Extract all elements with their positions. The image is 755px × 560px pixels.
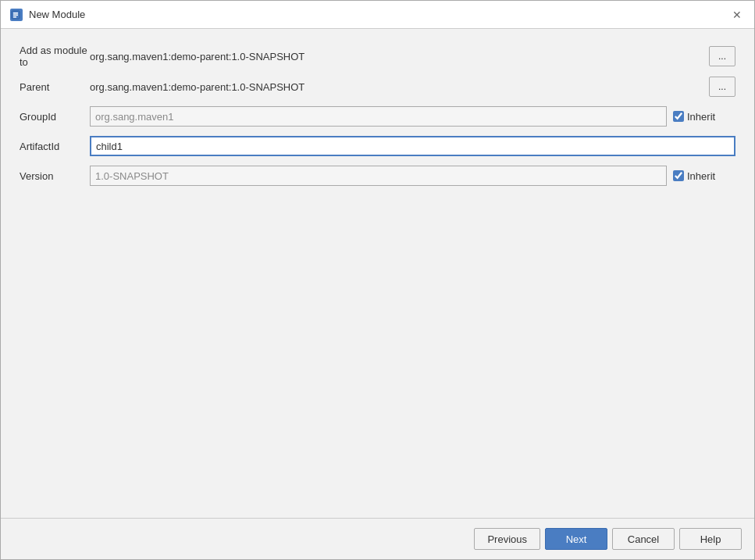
title-bar: New Module ✕: [1, 1, 754, 29]
group-id-inherit-checkbox[interactable]: [673, 111, 684, 122]
help-button[interactable]: Help: [679, 528, 742, 550]
add-as-module-row: Add as module to org.sang.maven1:demo-pa…: [20, 45, 735, 68]
parent-row: Parent org.sang.maven1:demo-parent:1.0-S…: [20, 76, 735, 98]
artifact-id-input[interactable]: [90, 136, 735, 156]
close-button[interactable]: ✕: [729, 7, 745, 23]
dialog-content: Add as module to org.sang.maven1:demo-pa…: [1, 29, 754, 518]
group-id-row: GroupId Inherit: [20, 105, 735, 127]
version-row: Version Inherit: [20, 165, 735, 187]
previous-button[interactable]: Previous: [474, 528, 540, 550]
add-as-module-value: org.sang.maven1:demo-parent:1.0-SNAPSHOT: [90, 51, 703, 62]
svg-rect-1: [13, 12, 18, 14]
svg-rect-3: [13, 16, 16, 18]
version-inherit-checkbox[interactable]: [673, 170, 684, 181]
cancel-button[interactable]: Cancel: [612, 528, 675, 550]
artifact-id-row: ArtifactId: [20, 135, 735, 157]
group-id-input[interactable]: [90, 106, 667, 127]
group-id-inherit-container: Inherit: [673, 111, 735, 123]
group-id-label: GroupId: [20, 111, 90, 123]
version-label: Version: [20, 170, 90, 182]
dialog-title: New Module: [29, 9, 85, 20]
version-input[interactable]: [90, 166, 667, 186]
dialog-icon: [10, 9, 23, 21]
parent-browse-button[interactable]: ...: [709, 77, 735, 97]
add-as-module-browse-button[interactable]: ...: [709, 46, 735, 66]
parent-label: Parent: [20, 81, 90, 93]
svg-rect-2: [13, 14, 18, 16]
next-button[interactable]: Next: [545, 528, 607, 550]
parent-value: org.sang.maven1:demo-parent:1.0-SNAPSHOT: [90, 81, 703, 93]
new-module-dialog: New Module ✕ Add as module to org.sang.m…: [0, 0, 755, 560]
dialog-footer: Previous Next Cancel Help: [1, 518, 754, 559]
group-id-inherit-label: Inherit: [687, 111, 715, 123]
add-as-module-label: Add as module to: [20, 45, 90, 68]
version-inherit-container: Inherit: [673, 170, 735, 182]
version-inherit-label: Inherit: [687, 170, 715, 182]
artifact-id-label: ArtifactId: [20, 141, 90, 152]
title-bar-left: New Module: [10, 9, 85, 21]
